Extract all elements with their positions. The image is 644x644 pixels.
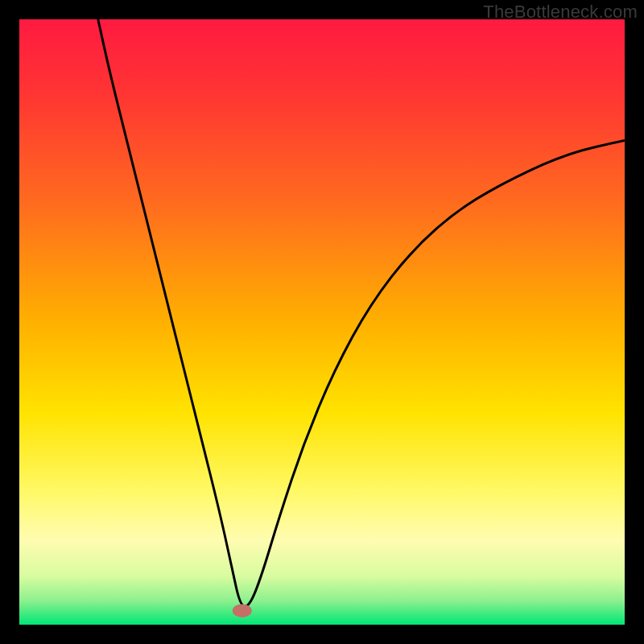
watermark-text: TheBottleneck.com: [483, 2, 638, 23]
chart-frame: TheBottleneck.com: [0, 0, 644, 644]
curve-layer: [19, 19, 625, 625]
plot-area: [19, 19, 625, 625]
bottleneck-curve: [98, 19, 625, 606]
optimum-marker: [233, 604, 252, 617]
